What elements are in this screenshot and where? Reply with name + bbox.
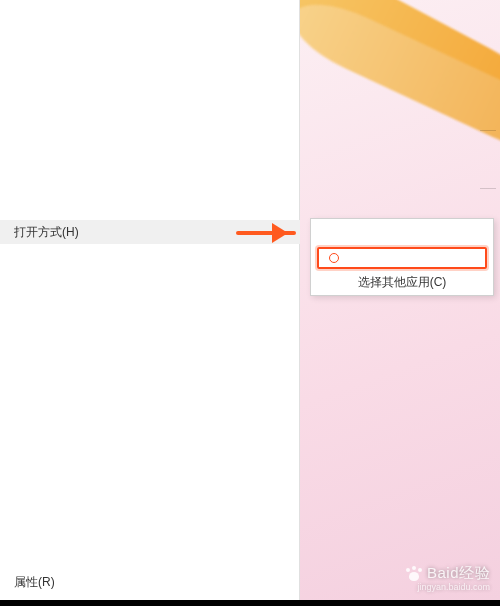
submenu-choose-other-app[interactable]: 选择其他应用(C) [311,271,493,295]
menu-item-label: 属性(R) [14,574,55,591]
desktop-wallpaper [300,0,500,600]
open-with-submenu: 选择其他应用(C) [310,218,494,296]
divider [480,130,496,131]
annotation-arrow [236,231,296,235]
bottom-bar [0,600,500,606]
context-menu: 打开方式(H) 〉 属性(R) [0,0,300,600]
divider [480,188,496,189]
menu-item-properties[interactable]: 属性(R) [0,570,300,594]
submenu-app-option-highlighted[interactable] [317,247,487,269]
submenu-item-label: 选择其他应用(C) [358,274,447,291]
submenu-app-option[interactable] [311,219,493,245]
app-icon [329,253,339,263]
menu-item-label: 打开方式(H) [14,224,79,241]
